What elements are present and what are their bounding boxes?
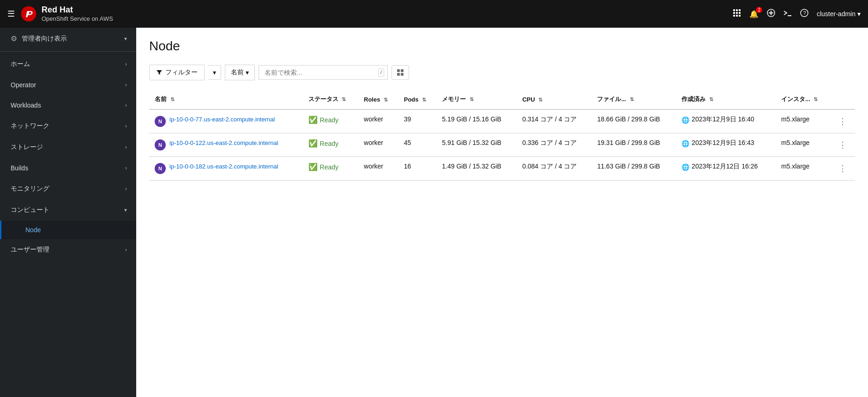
hamburger-icon[interactable]: ☰ (7, 9, 15, 19)
sidebar-home-label: ホーム (11, 60, 30, 68)
sidebar-admin-label: 管理者向け表示 (22, 35, 67, 43)
topnav: ☰ Red Hat OpenShift Service on AWS 🔔 2 (0, 0, 868, 28)
svg-rect-17 (401, 69, 404, 72)
col-name[interactable]: 名前 ⇅ (149, 90, 303, 109)
sidebar: ⚙ 管理者向け表示 ▾ ホーム › Operator › Workloads › (0, 28, 136, 397)
user-menu[interactable]: cluster-admin ▾ (817, 10, 861, 18)
cell-name-2: N ip-10-0-0-182.us-east-2.compute.intern… (149, 157, 303, 180)
filter-button[interactable]: フィルター (149, 65, 205, 80)
globe-icon-2: 🌐 (681, 163, 689, 171)
apps-icon[interactable] (733, 9, 741, 19)
row-more-button-2[interactable]: ⋮ (836, 162, 850, 174)
main-content: Node フィルター ▾ 名前 ▾ / (136, 28, 868, 397)
cell-roles-1: worker (358, 133, 398, 157)
sidebar-compute-label: コンピュート (11, 206, 49, 214)
notification-badge: 2 (756, 7, 762, 13)
cell-pods-0: 39 (398, 109, 437, 133)
svg-rect-8 (736, 15, 738, 17)
chevron-right-icon: › (125, 123, 127, 129)
terminal-icon[interactable] (784, 9, 792, 18)
sidebar-operator-label: Operator (11, 81, 36, 89)
status-ready-icon-1: ✅ (308, 139, 318, 148)
redhat-logo (20, 6, 37, 22)
cell-file-0: 18.66 GiB / 299.8 GiB (591, 109, 676, 133)
sidebar-item-storage[interactable]: ストレージ › (0, 137, 136, 158)
chevron-right-icon: › (125, 102, 127, 108)
date-label-1: 2023年12月9日 16:43 (692, 139, 754, 147)
row-more-button-0[interactable]: ⋮ (836, 115, 850, 127)
nodes-table-wrap: 名前 ⇅ ステータス ⇅ Roles ⇅ Pods (149, 90, 855, 180)
sort-icon: ⇅ (709, 96, 713, 102)
col-status[interactable]: ステータス ⇅ (303, 90, 358, 109)
add-icon[interactable] (767, 9, 775, 19)
svg-rect-1 (733, 9, 735, 11)
cell-memory-2: 1.49 GiB / 15.32 GiB (436, 157, 517, 180)
filter-dropdown-arrow[interactable]: ▾ (208, 65, 221, 80)
sidebar-item-compute[interactable]: コンピュート ▾ (0, 199, 136, 221)
cell-created-0: 🌐 2023年12月9日 16:40 (676, 109, 776, 133)
svg-rect-9 (739, 15, 741, 17)
nodes-table: 名前 ⇅ ステータス ⇅ Roles ⇅ Pods (149, 90, 855, 180)
status-label-1: Ready (320, 140, 338, 147)
cell-memory-0: 5.19 GiB / 15.16 GiB (436, 109, 517, 133)
user-name: cluster-admin (817, 10, 856, 18)
sidebar-item-workloads[interactable]: Workloads › (0, 95, 136, 115)
svg-rect-3 (739, 9, 741, 11)
svg-rect-6 (739, 12, 741, 14)
brand-subtitle: OpenShift Service on AWS (42, 15, 113, 23)
gear-icon: ⚙ (11, 34, 17, 43)
name-filter-chevron: ▾ (246, 69, 249, 76)
cell-file-1: 19.31 GiB / 299.8 GiB (591, 133, 676, 157)
sidebar-monitoring-label: モニタリング (11, 185, 49, 193)
sidebar-storage-label: ストレージ (11, 143, 43, 151)
sidebar-item-home[interactable]: ホーム › (0, 54, 136, 75)
globe-icon-0: 🌐 (681, 116, 689, 124)
sidebar-item-usermgmt[interactable]: ユーザー管理 › (0, 239, 136, 260)
sort-icon: ⇅ (170, 96, 175, 102)
name-filter-button[interactable]: 名前 ▾ (225, 65, 255, 80)
col-instance[interactable]: インスタ... ⇅ (776, 90, 830, 109)
filter-icon (156, 69, 163, 76)
col-file[interactable]: ファイル... ⇅ (591, 90, 676, 109)
user-dropdown-icon: ▾ (857, 10, 861, 18)
cell-name-1: N ip-10-0-0-122.us-east-2.compute.intern… (149, 133, 303, 157)
table-row: N ip-10-0-0-182.us-east-2.compute.intern… (149, 157, 855, 180)
sort-icon: ⇅ (470, 96, 474, 102)
col-created[interactable]: 作成済み ⇅ (676, 90, 776, 109)
status-label-0: Ready (320, 116, 338, 124)
sidebar-item-monitoring[interactable]: モニタリング › (0, 178, 136, 199)
sidebar-item-builds[interactable]: Builds › (0, 158, 136, 178)
svg-rect-7 (733, 15, 735, 17)
cell-instance-0: m5.xlarge (776, 109, 830, 133)
sidebar-item-admin[interactable]: ⚙ 管理者向け表示 ▾ (0, 28, 136, 49)
cell-instance-2: m5.xlarge (776, 157, 830, 180)
col-memory[interactable]: メモリー ⇅ (436, 90, 517, 109)
cell-status-0: ✅ Ready (303, 109, 358, 133)
cell-actions-1: ⋮ (830, 133, 855, 157)
row-more-button-1[interactable]: ⋮ (836, 139, 850, 151)
node-link-0[interactable]: ip-10-0-0-77.us-east-2.compute.internal (169, 115, 275, 124)
chevron-right-icon: › (125, 61, 127, 67)
cell-actions-2: ⋮ (830, 157, 855, 180)
sidebar-item-network[interactable]: ネットワーク › (0, 115, 136, 137)
notification-icon[interactable]: 🔔 2 (749, 10, 759, 18)
search-input[interactable] (259, 65, 388, 80)
grid-view-button[interactable] (392, 65, 409, 80)
node-link-2[interactable]: ip-10-0-0-182.us-east-2.compute.internal (169, 162, 278, 171)
brand: Red Hat OpenShift Service on AWS (20, 5, 113, 22)
sidebar-item-operator[interactable]: Operator › (0, 75, 136, 95)
sort-icon: ⇅ (422, 97, 426, 102)
node-link-1[interactable]: ip-10-0-0-122.us-east-2.compute.internal (169, 139, 278, 147)
sidebar-subitem-node[interactable]: Node (0, 221, 136, 239)
search-wrap: / (259, 65, 388, 80)
help-icon[interactable]: ? (800, 9, 808, 19)
sidebar-builds-label: Builds (11, 164, 28, 172)
col-pods[interactable]: Pods ⇅ (398, 90, 437, 109)
cell-roles-0: worker (358, 109, 398, 133)
col-roles[interactable]: Roles ⇅ (358, 90, 398, 109)
cell-pods-1: 45 (398, 133, 437, 157)
cell-memory-1: 5.91 GiB / 15.32 GiB (436, 133, 517, 157)
page-title: Node (149, 39, 855, 54)
col-cpu[interactable]: CPU ⇅ (517, 90, 591, 109)
cell-created-1: 🌐 2023年12月9日 16:43 (676, 133, 776, 157)
